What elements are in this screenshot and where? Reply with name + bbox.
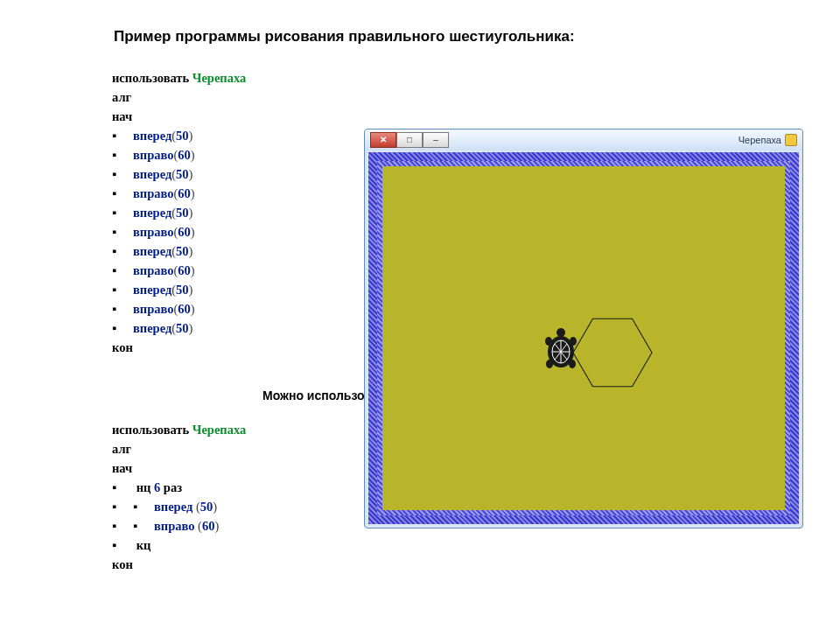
cmd-arg: 60	[178, 302, 191, 316]
svg-marker-0	[573, 318, 652, 386]
code-block-1: использовать Черепаха алг нач ▪вперед(50…	[112, 68, 246, 357]
code-line: ▪вправо(60)	[112, 222, 246, 242]
svg-point-11	[569, 360, 576, 368]
cmd-name: вперед	[133, 129, 172, 143]
turtle-window: ✕ □ – Черепаха	[364, 129, 803, 528]
svg-point-7	[556, 328, 565, 337]
code-line: ▪▪вперед (50)	[112, 497, 246, 516]
code-line: ▪вперед(50)	[112, 318, 246, 338]
maximize-button[interactable]: □	[396, 132, 423, 148]
loop-end: ▪ кц	[112, 536, 246, 555]
module-name: Черепаха	[192, 423, 247, 437]
cmd-name: вправо	[133, 263, 173, 277]
code-line: ▪вперед(50)	[112, 280, 246, 299]
code-line: ▪вперед(50)	[112, 164, 246, 184]
cmd-arg: 60	[178, 263, 191, 277]
cmd-name: вперед	[133, 283, 172, 297]
window-controls: ✕ □ –	[370, 132, 449, 148]
cmd-arg: 50	[176, 206, 189, 220]
code-line: ▪вправо(60)	[112, 299, 246, 318]
kw-begin: нач	[112, 109, 132, 123]
close-button[interactable]: ✕	[370, 132, 396, 148]
cmd-name: вправо	[133, 186, 173, 200]
kw-use: использовать	[112, 71, 189, 85]
cmd-name: вправо	[154, 519, 194, 533]
cmd-arg: 50	[176, 283, 189, 297]
code-line: использовать Черепаха	[112, 68, 246, 88]
loop-start: ▪ нц 6 раз	[112, 478, 246, 497]
kw-end: кон	[112, 340, 133, 354]
minimize-button[interactable]: –	[423, 132, 449, 148]
hexagon-shape	[573, 318, 652, 387]
cmd-name: вперед	[154, 500, 192, 514]
cmd-arg: 50	[176, 244, 189, 258]
code-line: ▪вперед(50)	[112, 242, 246, 261]
document-page: Пример программы рисования правильного ш…	[0, 0, 840, 630]
cmd-arg: 50	[176, 129, 189, 143]
svg-point-9	[570, 337, 577, 346]
turtle-app-icon	[785, 134, 797, 146]
cmd-name: вперед	[133, 206, 172, 220]
cmd-name: вправо	[133, 302, 173, 316]
cmd-arg: 50	[200, 500, 214, 514]
kw-begin: нач	[112, 461, 132, 475]
cmd-name: вперед	[133, 321, 172, 335]
titlebar: ✕ □ – Черепаха	[365, 130, 802, 150]
window-title: Черепаха	[738, 134, 797, 146]
cmd-arg: 60	[178, 186, 191, 200]
drawing-canvas	[382, 166, 785, 510]
code-line: ▪вправо(60)	[112, 184, 246, 203]
kw-end: кон	[112, 557, 133, 571]
code-line: ▪вперед(50)	[112, 203, 246, 222]
svg-point-10	[546, 360, 553, 368]
code-line: ▪вправо(60)	[112, 145, 246, 164]
code-block-2: использовать Черепаха алг нач ▪ нц 6 раз…	[112, 420, 246, 574]
cmd-name: вперед	[133, 244, 172, 258]
kw-alg: алг	[112, 90, 131, 104]
module-name: Черепаха	[192, 71, 247, 85]
canvas-frame	[377, 161, 790, 515]
kw-use: использовать	[112, 423, 189, 437]
turtle-icon	[540, 326, 582, 374]
cmd-name: вправо	[133, 225, 173, 239]
page-title: Пример программы рисования правильного ш…	[114, 28, 575, 46]
cmd-arg: 50	[176, 167, 189, 181]
cmd-arg: 60	[178, 148, 191, 162]
cmd-name: вправо	[133, 148, 173, 162]
cmd-arg: 50	[176, 321, 189, 335]
cmd-name: вперед	[133, 167, 172, 181]
code-line: ▪вперед(50)	[112, 126, 246, 145]
code-line: ▪▪вправо (60)	[112, 516, 246, 536]
code-line: использовать Черепаха	[112, 420, 246, 439]
kw-alg: алг	[112, 442, 131, 456]
svg-point-8	[545, 337, 552, 346]
cmd-arg: 60	[178, 225, 191, 239]
code-line: ▪вправо(60)	[112, 261, 246, 280]
cmd-arg: 60	[202, 519, 215, 533]
canvas-border	[368, 152, 799, 524]
